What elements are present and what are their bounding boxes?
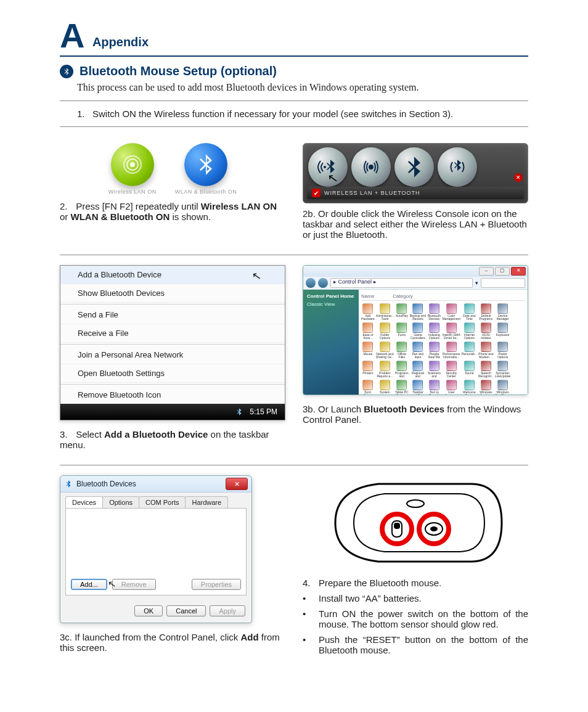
ctx-show-bluetooth-devices[interactable]: Show Bluetooth Devices xyxy=(60,284,285,303)
control-panel-item[interactable]: Color Management xyxy=(443,303,460,321)
address-toolbar: ▸ Control Panel ▸ ▾ xyxy=(303,277,528,290)
control-panel-item xyxy=(512,322,525,340)
step-1-text: Switch ON the Wireless function if neces… xyxy=(92,108,453,119)
control-panel-item[interactable]: Default Programs xyxy=(478,303,494,321)
control-panel-item[interactable]: Game Controllers xyxy=(410,322,426,340)
taskbar-bluetooth-icon[interactable] xyxy=(235,407,243,416)
ctx-remove-bt-icon[interactable]: Remove Bluetooth Icon xyxy=(60,386,285,404)
control-panel-item[interactable]: System xyxy=(376,380,394,395)
forward-button[interactable] xyxy=(318,278,328,288)
control-panel-item[interactable]: Backup and Restore C... xyxy=(410,303,426,321)
applet-icon xyxy=(481,361,491,371)
properties-button[interactable]: Properties xyxy=(192,579,241,590)
wc-disabled-icon[interactable] xyxy=(438,147,477,187)
control-panel-item[interactable]: Power Options xyxy=(495,342,510,359)
search-box[interactable] xyxy=(481,278,525,288)
control-panel-item[interactable]: People Near Me xyxy=(427,342,441,359)
control-panel-item[interactable]: AutoPlay xyxy=(395,303,409,321)
step-2b-num: 2b. xyxy=(303,208,316,219)
control-panel-item[interactable]: Folder Options xyxy=(376,322,394,340)
control-panel-item[interactable]: Windows Anytim... xyxy=(478,380,494,395)
control-panel-item[interactable]: Phone and Modem ... xyxy=(478,342,494,359)
applet-label: Power Options xyxy=(495,353,510,359)
cancel-button[interactable]: Cancel xyxy=(166,605,206,616)
step-2b-text: Or double click the Wireless Console ico… xyxy=(303,208,527,240)
ctx-add-bluetooth-device[interactable]: Add a Bluetooth Device ↖ xyxy=(60,266,285,284)
control-panel-item[interactable]: Pen and Input Devices xyxy=(410,342,426,359)
minimize-button[interactable]: – xyxy=(479,267,494,276)
control-panel-item[interactable]: Printers xyxy=(361,361,375,378)
control-panel-item[interactable]: Symantec LiveUpdate xyxy=(495,361,510,378)
control-panel-item[interactable]: Personali... xyxy=(462,342,477,359)
applet-icon xyxy=(362,322,373,333)
ok-button[interactable]: OK xyxy=(134,605,163,616)
control-panel-item[interactable]: Text to Speech xyxy=(427,380,441,395)
wc-wlan-icon[interactable] xyxy=(351,147,391,187)
apply-button[interactable]: Apply xyxy=(210,605,245,616)
control-panel-item[interactable]: Intel(R) GMA Driver for... xyxy=(443,322,460,340)
control-panel-item[interactable]: Fonts xyxy=(395,322,409,340)
sidebar-classic-view[interactable]: Classic View xyxy=(307,301,355,307)
step-2b: 2b. Or double click the Wireless Console… xyxy=(303,208,528,240)
wireless-badges: Wireless LAN ON WLAN & Bluetooth ON xyxy=(60,143,285,195)
control-panel-item[interactable]: Offline Files xyxy=(395,342,409,359)
tab-com-ports[interactable]: COM Ports xyxy=(139,496,186,508)
control-panel-item[interactable]: Performance Informatio... xyxy=(443,342,460,359)
control-panel-item[interactable]: Add Hardware xyxy=(361,303,375,321)
control-panel-item[interactable]: Taskbar and Start Menu xyxy=(410,380,426,395)
applet-icon xyxy=(514,380,523,389)
ctx-open-bt-settings[interactable]: Open Bluetooth Settings xyxy=(60,364,285,383)
control-panel-item[interactable]: Welcome Center xyxy=(462,380,477,395)
tab-devices[interactable]: Devices xyxy=(65,496,103,508)
control-panel-item[interactable]: Speech Recogniti... xyxy=(478,361,494,378)
control-panel-item[interactable]: Keyboard xyxy=(495,322,510,340)
close-button[interactable]: ✕ xyxy=(511,267,526,276)
address-bar[interactable]: ▸ Control Panel ▸ xyxy=(330,278,473,288)
wc-bluetooth-icon[interactable] xyxy=(394,147,434,187)
applet-label: Add Hardware xyxy=(361,314,375,321)
control-panel-item[interactable]: Security Center xyxy=(443,361,460,378)
step-2: 2. Press [FN F2] repeatedly until Wirele… xyxy=(60,201,285,222)
control-panel-item[interactable]: Sync Center xyxy=(361,380,375,395)
control-panel-item[interactable]: Sound xyxy=(462,361,477,378)
tab-hardware[interactable]: Hardware xyxy=(185,496,228,508)
step-4-title: Prepare the Bluetooth mouse. xyxy=(319,578,441,588)
control-panel-item[interactable]: Scanners and Cameras xyxy=(427,361,441,378)
applet-label: Programs and Features xyxy=(395,372,409,378)
ctx-send-file[interactable]: Send a File xyxy=(60,306,285,324)
ctx-join-pan[interactable]: Join a Personal Area Network xyxy=(60,346,285,364)
control-panel-item[interactable]: Windows CardSpace xyxy=(495,380,510,395)
control-panel-item[interactable]: iSCSI Initiator xyxy=(478,322,494,340)
applet-label: Color Management xyxy=(443,314,460,321)
step-4-bullet-2: Turn ON the power switch on the bottom o… xyxy=(319,608,528,629)
step-3b: 3b. Or Launch Bluetooth Devices from the… xyxy=(303,404,528,425)
control-panel-item[interactable]: User Accounts xyxy=(443,380,460,395)
applet-icon xyxy=(464,361,475,371)
back-button[interactable] xyxy=(306,278,316,288)
maximize-button[interactable]: ▢ xyxy=(495,267,510,276)
control-panel-item[interactable]: Bluetooth Devices xyxy=(427,303,441,321)
control-panel-item[interactable]: Device Manager xyxy=(495,303,510,321)
control-panel-item[interactable]: Network and Sharing Ce... xyxy=(376,342,394,359)
step-3: 3. Select Add a Bluetooth Device on the … xyxy=(60,429,285,450)
applet-icon xyxy=(380,322,390,333)
control-panel-item[interactable]: Tablet PC Settings xyxy=(395,380,409,395)
control-panel-item[interactable]: Mouse xyxy=(361,342,375,359)
step-3-num: 3. xyxy=(60,429,73,440)
control-panel-item[interactable]: Programs and Features xyxy=(395,361,409,378)
control-panel-item[interactable]: Problem Reports a... xyxy=(376,361,394,378)
step-1: 1. Switch ON the Wireless function if ne… xyxy=(77,108,528,119)
close-button[interactable]: ✕ xyxy=(226,478,248,490)
control-panel-item[interactable]: Internet Options xyxy=(462,322,477,340)
ctx-receive-file[interactable]: Receive a File xyxy=(60,324,285,343)
add-button[interactable]: Add... xyxy=(71,579,107,590)
remove-button[interactable]: Remove xyxy=(112,579,156,590)
control-panel-item[interactable]: Administrat... Tools xyxy=(376,303,394,321)
applet-icon xyxy=(497,361,508,371)
control-panel-item[interactable]: Date and Time xyxy=(462,303,477,321)
control-panel-item[interactable]: Indexing Options xyxy=(427,322,441,340)
control-panel-item[interactable]: Regional and Language... xyxy=(410,361,426,378)
tab-options[interactable]: Options xyxy=(102,496,139,508)
control-panel-item[interactable]: Ease of Acce... xyxy=(361,322,375,340)
cursor-icon: ↖ xyxy=(251,269,263,284)
